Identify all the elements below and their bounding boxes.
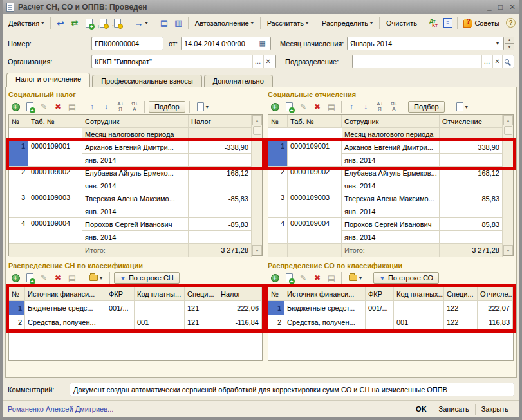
spin-down-icon[interactable]: ▼ bbox=[505, 44, 514, 51]
table-row[interactable]: 4 0000109004 Порохов Сергей Иванович 85,… bbox=[268, 218, 503, 244]
list-setup-button[interactable]: ▥ bbox=[172, 17, 185, 30]
delete-row-button[interactable]: ✖ bbox=[52, 272, 64, 284]
autofill-menu-button[interactable]: Автозаполнение ▾ bbox=[192, 18, 257, 28]
vertical-scrollbar[interactable]: ▲ ▼ bbox=[503, 115, 513, 255]
spin-up-icon[interactable]: ▲ bbox=[505, 37, 514, 44]
reread-button[interactable]: ↩ bbox=[54, 17, 66, 30]
department-search-button[interactable] bbox=[502, 55, 511, 68]
department-select-button[interactable]: … bbox=[481, 55, 492, 68]
comment-field[interactable]: Документ создан автоматически сервисной … bbox=[70, 383, 514, 396]
tab-nalog-i-otchislenie[interactable]: Налог и отчисление bbox=[6, 73, 90, 87]
goto-menu-button[interactable]: → ▾ bbox=[131, 17, 151, 30]
edit-row-button[interactable]: ✎ bbox=[38, 101, 50, 113]
calendar-button[interactable]: ▦ bbox=[257, 37, 268, 50]
table-row[interactable]: 1 Бюджетные средст... 001/... 122 222,07 bbox=[268, 301, 513, 315]
scroll-up-icon[interactable]: ▲ bbox=[503, 115, 513, 125]
scroll-down-icon[interactable]: ▼ bbox=[252, 245, 262, 255]
post-movements-button[interactable]: ↓ bbox=[97, 17, 109, 30]
print-menu-button[interactable]: ▾ bbox=[194, 101, 212, 113]
move-down-button[interactable]: ↓ bbox=[100, 101, 112, 113]
add-row-button[interactable]: + bbox=[269, 272, 281, 284]
organization-select-button[interactable]: … bbox=[252, 55, 263, 68]
scroll-up-icon[interactable]: ▲ bbox=[252, 115, 262, 125]
end-edit-button[interactable]: ▤ bbox=[66, 101, 78, 113]
add-row-button[interactable]: + bbox=[10, 101, 21, 113]
delete-row-button[interactable]: ✖ bbox=[312, 272, 323, 284]
filter-by-sn-row-button[interactable]: ▼ По строке СН bbox=[114, 272, 180, 284]
minimize-button[interactable]: _ bbox=[487, 3, 492, 12]
dt-kt-postings-button[interactable]: ДтКт bbox=[427, 17, 440, 30]
ok-button[interactable]: OK bbox=[410, 404, 433, 415]
scroll-down-icon[interactable]: ▼ bbox=[503, 245, 513, 255]
distribute-menu-button[interactable]: Распределить ▾ bbox=[319, 18, 376, 28]
table-row[interactable]: 4 0000109004 Порохов Сергей Иванович -85… bbox=[9, 218, 252, 244]
table-row[interactable]: 2 Средства, получен... 001 121 -116,84 bbox=[9, 315, 262, 329]
move-up-button[interactable]: ↑ bbox=[346, 101, 357, 113]
list-settings-button[interactable]: ▤ bbox=[158, 17, 170, 30]
copy-row-button[interactable]: + bbox=[24, 272, 35, 284]
clear-button[interactable]: Очистить bbox=[383, 18, 420, 28]
edit-row-button[interactable]: ✎ bbox=[38, 272, 50, 284]
distribution-so-panel: Распределение СО по классификации + + ✎ … bbox=[268, 260, 514, 361]
close-form-button[interactable]: Закрыть bbox=[475, 404, 514, 415]
help-button[interactable]: ? bbox=[505, 17, 517, 30]
save-button[interactable]: Записать bbox=[433, 404, 475, 415]
delete-row-button[interactable]: ✖ bbox=[312, 101, 323, 113]
close-button[interactable]: ✕ bbox=[509, 3, 516, 12]
sort-asc-button[interactable]: А↓Я bbox=[374, 101, 386, 113]
end-edit-button[interactable]: ▤ bbox=[66, 272, 78, 284]
copy-row-button[interactable]: + bbox=[24, 101, 35, 113]
table-row[interactable]: 2 0000109002 Елубаева Айгуль Ермеко... -… bbox=[9, 167, 252, 192]
scroll-thumb[interactable] bbox=[253, 126, 261, 135]
print-menu-button[interactable]: ▾ bbox=[453, 101, 471, 113]
copy-document-button[interactable]: + bbox=[83, 17, 95, 30]
edit-row-button[interactable]: ✎ bbox=[297, 101, 309, 113]
post-button[interactable]: ⇄ bbox=[68, 17, 80, 30]
move-down-button[interactable]: ↓ bbox=[360, 101, 371, 113]
month-spinner[interactable]: ▲ ▼ bbox=[505, 37, 514, 50]
number-field[interactable]: ГПК00000004 bbox=[91, 37, 163, 50]
date-field[interactable]: 14.04.2014 0:00:00 ▦ bbox=[181, 37, 271, 50]
actions-menu-button[interactable]: Действия ▾ bbox=[5, 18, 47, 28]
end-edit-button[interactable]: ▤ bbox=[326, 272, 337, 284]
organization-field[interactable]: КГКП "Гиппократ" … ✕ bbox=[91, 55, 276, 68]
copy-row-button[interactable]: + bbox=[283, 272, 295, 284]
table-row[interactable]: 1 0000109001 Арканов Евгений Дмитри... -… bbox=[9, 141, 252, 167]
table-row[interactable]: 2 Средства, получен... 001 122 116,83 bbox=[268, 315, 513, 329]
organization-clear-button[interactable]: ✕ bbox=[263, 55, 273, 68]
filter-by-so-row-button[interactable]: ▼ По строке СО bbox=[373, 272, 439, 284]
department-field[interactable]: … ✕ bbox=[352, 55, 514, 68]
department-clear-button[interactable]: ✕ bbox=[492, 55, 502, 68]
scroll-thumb[interactable] bbox=[504, 126, 512, 135]
pick-button[interactable]: Подбор bbox=[408, 101, 445, 113]
tips-button[interactable]: ? Советы bbox=[461, 17, 502, 28]
table-row[interactable]: 1 Бюджетные средс... 001/... 121 -222,06 bbox=[9, 301, 262, 315]
table-row[interactable]: 2 0000109002 Елубаева Айгуль Ермеков... … bbox=[268, 167, 503, 192]
unpost-movements-button[interactable]: ↑ bbox=[111, 17, 124, 30]
vertical-scrollbar[interactable]: ▲ ▼ bbox=[252, 115, 262, 255]
folder-menu-button[interactable]: ▾ bbox=[346, 273, 365, 282]
tab-dopolnitelno[interactable]: Дополнительно bbox=[204, 75, 273, 87]
sort-desc-button[interactable]: Я↓А bbox=[129, 101, 140, 113]
table-row[interactable]: 3 0000109003 Тверская Алена Максимо... -… bbox=[9, 192, 252, 218]
month-dropdown-button[interactable]: ▾ bbox=[494, 37, 501, 50]
table-row[interactable]: 1 0000109001 Арканов Евгений Дмитри... 3… bbox=[268, 141, 503, 167]
table-row[interactable]: 3 0000109003 Тверская Алена Максимо... 8… bbox=[268, 192, 503, 218]
calculate-menu-button[interactable]: Рассчитать ▾ bbox=[264, 18, 312, 28]
sort-desc-button[interactable]: Я↓А bbox=[388, 101, 400, 113]
accrual-month-field[interactable]: Январь 2014 ▾ bbox=[347, 37, 504, 50]
pick-button[interactable]: Подбор bbox=[149, 101, 185, 113]
edit-row-button[interactable]: ✎ bbox=[297, 272, 309, 284]
folder-menu-button[interactable]: ▾ bbox=[86, 273, 106, 282]
move-up-button[interactable]: ↑ bbox=[86, 101, 98, 113]
end-edit-button[interactable]: ▤ bbox=[326, 101, 337, 113]
author-link[interactable]: Романенко Алексей Дмитриев... bbox=[8, 405, 113, 413]
copy-row-button[interactable]: + bbox=[283, 101, 295, 113]
delete-row-button[interactable]: ✖ bbox=[52, 101, 64, 113]
tab-professionalnye-vznosy[interactable]: Профессиональные взносы bbox=[92, 75, 201, 87]
maximize-button[interactable]: □ bbox=[498, 3, 503, 12]
add-row-button[interactable]: + bbox=[10, 272, 21, 284]
sort-asc-button[interactable]: А↓Я bbox=[115, 101, 126, 113]
report-button[interactable]: ≡ bbox=[442, 17, 454, 30]
add-row-button[interactable]: + bbox=[269, 101, 281, 113]
